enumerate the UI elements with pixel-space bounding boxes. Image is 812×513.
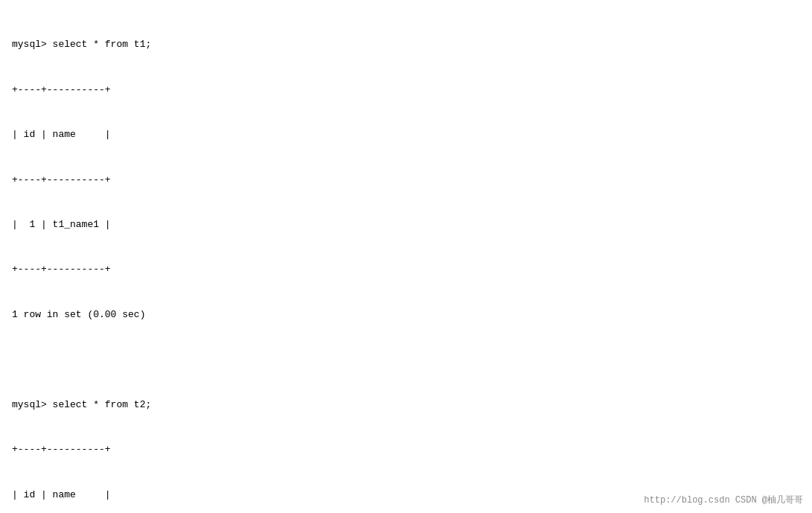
line-2: +----+----------+ — [12, 83, 800, 98]
line-6: +----+----------+ — [12, 262, 800, 277]
line-4: +----+----------+ — [12, 173, 800, 188]
line-1: mysql> select * from t1; — [12, 37, 800, 52]
line-7: 1 row in set (0.00 sec) — [12, 308, 800, 322]
line-10: +----+----------+ — [12, 442, 800, 457]
line-8 — [12, 352, 800, 367]
watermark: http://blog.csdn CSDN @柚几哥哥 — [644, 494, 803, 507]
terminal-output: mysql> select * from t1; +----+---------… — [12, 7, 800, 513]
line-3: | id | name | — [12, 127, 800, 142]
line-5: | 1 | t1_name1 | — [12, 217, 800, 232]
line-9: mysql> select * from t2; — [12, 398, 800, 412]
